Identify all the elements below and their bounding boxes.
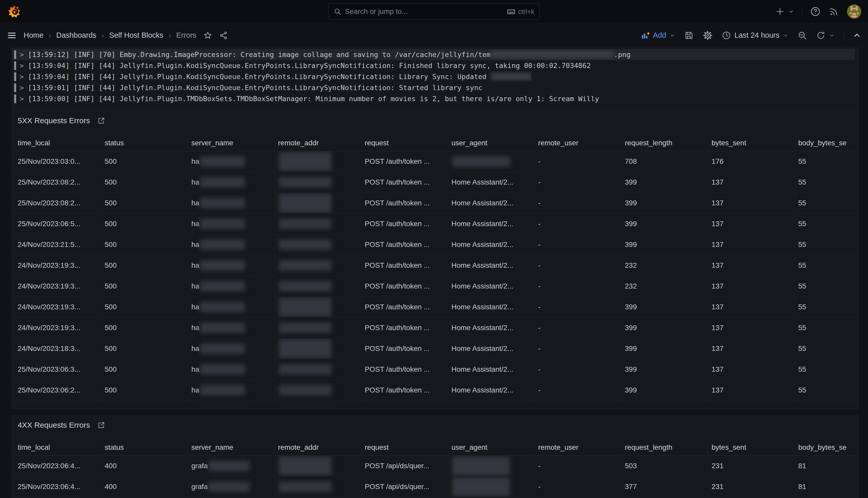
column-header-request[interactable]: request (361, 135, 448, 151)
breadcrumb-folder[interactable]: Self Host Blocks (109, 31, 163, 40)
cell-value: 377 (625, 483, 637, 491)
table-cell: 137 (708, 380, 795, 401)
table-cell (274, 456, 361, 476)
favorite-star-button[interactable] (203, 31, 212, 40)
table-cell: 500 (101, 380, 188, 401)
table-cell: 55 (795, 234, 858, 255)
redacted-value (200, 198, 245, 208)
table-cell: - (534, 193, 621, 213)
table-cell (274, 234, 361, 255)
column-header-bytes_sent[interactable]: bytes_sent (708, 135, 795, 151)
log-expand-chevron-icon[interactable]: > (20, 73, 24, 81)
log-row[interactable]: >[13:59:12] [INF] [70] Emby.Drawing.Imag… (12, 49, 855, 60)
refresh-button[interactable] (816, 30, 835, 40)
cell-value: ha (191, 282, 199, 290)
column-header-request_length[interactable]: request_length (621, 135, 708, 151)
column-header-remote_addr[interactable]: remote_addr (274, 439, 361, 455)
cell-value: POST /auth/token ... (365, 386, 430, 394)
log-row[interactable]: >[13:59:04] [INF] [44] Jellyfin.Plugin.K… (12, 71, 855, 82)
user-avatar[interactable] (847, 4, 861, 19)
column-header-remote_user[interactable]: remote_user (534, 439, 621, 455)
cell-value: 231 (711, 483, 723, 491)
log-expand-chevron-icon[interactable]: > (20, 62, 24, 69)
table-cell: 55 (795, 317, 858, 338)
table-cell (448, 151, 534, 172)
table-cell: POST /auth/token ... (361, 380, 448, 401)
log-expand-chevron-icon[interactable]: > (20, 84, 24, 92)
table-cell: 232 (621, 276, 708, 297)
table-header-row: time_localstatusserver_nameremote_addrre… (14, 439, 858, 456)
dashboard-settings-gear-button[interactable] (703, 30, 713, 41)
cell-value: - (538, 344, 540, 353)
redacted-value (279, 298, 331, 316)
column-header-user_agent[interactable]: user_agent (448, 439, 534, 455)
table-row: 24/Nov/2023:19:3...500haPOST /auth/token… (14, 317, 858, 338)
log-row[interactable]: >[13:59:00] [INF] [44] Jellyfin.Plugin.T… (12, 93, 855, 104)
menu-hamburger-button[interactable] (7, 30, 17, 41)
column-header-server_name[interactable]: server_name (188, 439, 274, 455)
cell-value: - (538, 157, 540, 166)
zoom-out-time-button[interactable] (798, 30, 807, 40)
table-5xx: time_localstatusserver_nameremote_addrre… (12, 135, 858, 401)
panel-title[interactable]: 5XX Requests Errors (18, 116, 90, 125)
table-cell (274, 317, 361, 338)
table-cell: - (534, 151, 621, 172)
column-header-remote_addr[interactable]: remote_addr (274, 135, 361, 151)
column-header-status[interactable]: status (101, 439, 188, 455)
column-header-server_name[interactable]: server_name (188, 135, 274, 151)
column-header-remote_user[interactable]: remote_user (534, 135, 621, 151)
panel-title[interactable]: 4XX Requests Errors (18, 421, 90, 430)
cell-value: 400 (105, 462, 117, 470)
column-header-status[interactable]: status (101, 135, 188, 151)
breadcrumb-dashboards[interactable]: Dashboards (56, 31, 96, 40)
breadcrumb-home[interactable]: Home (24, 31, 43, 40)
redacted-value (279, 219, 331, 229)
save-dashboard-button[interactable] (684, 30, 694, 40)
column-header-body_bytes_se[interactable]: body_bytes_se (795, 439, 858, 455)
new-menu-button[interactable] (775, 7, 795, 16)
cell-value: 399 (625, 240, 637, 249)
cell-value: POST /auth/token ... (365, 303, 430, 311)
redacted-value (279, 364, 331, 375)
table-cell: - (534, 255, 621, 276)
log-expand-chevron-icon[interactable]: > (20, 51, 24, 58)
log-expand-chevron-icon[interactable]: > (20, 95, 24, 103)
column-header-body_bytes_se[interactable]: body_bytes_se (795, 135, 858, 151)
redacted-value (279, 239, 331, 250)
external-link-icon[interactable] (97, 421, 105, 429)
column-header-request_length[interactable]: request_length (621, 439, 708, 455)
search-input[interactable]: Search or jump to... ctrl+k (328, 4, 540, 19)
table-cell: grafa (188, 456, 274, 476)
redacted-value (279, 323, 331, 333)
external-link-icon[interactable] (97, 117, 105, 125)
table-cell: 399 (621, 172, 708, 193)
cell-value: 231 (711, 462, 723, 470)
chevron-down-icon (669, 32, 675, 39)
table-row: 24/Nov/2023:19:3...500haPOST /auth/token… (14, 255, 858, 276)
collapse-controls-chevron-up-button[interactable] (853, 31, 861, 40)
table-cell: ha (188, 380, 274, 401)
column-header-time_local[interactable]: time_local (14, 439, 101, 455)
cell-value: 25/Nov/2023:06:5... (18, 220, 80, 228)
table-cell: 399 (621, 380, 708, 401)
redacted-value (200, 260, 245, 271)
redacted-value (200, 323, 245, 333)
cell-value: grafa (191, 483, 208, 491)
news-rss-button[interactable] (828, 6, 839, 17)
cell-value: 500 (105, 282, 117, 290)
column-header-time_local[interactable]: time_local (14, 135, 101, 151)
table-cell: POST /auth/token ... (361, 172, 448, 193)
table-cell: 137 (708, 359, 795, 380)
column-header-request[interactable]: request (361, 439, 448, 455)
help-button[interactable] (810, 6, 821, 17)
log-row[interactable]: >[13:59:04] [INF] [44] Jellyfin.Plugin.K… (12, 60, 855, 71)
column-header-user_agent[interactable]: user_agent (448, 135, 534, 151)
column-header-bytes_sent[interactable]: bytes_sent (708, 439, 795, 455)
log-row[interactable]: >[13:59:01] [INF] [44] Jellyfin.Plugin.K… (12, 82, 855, 93)
time-range-picker[interactable]: Last 24 hours (721, 30, 789, 40)
grafana-logo-icon[interactable] (8, 5, 21, 18)
table-cell: 400 (101, 476, 188, 497)
add-panel-button[interactable]: Add (641, 31, 676, 40)
share-button[interactable] (219, 31, 228, 40)
cell-value: - (538, 261, 540, 270)
